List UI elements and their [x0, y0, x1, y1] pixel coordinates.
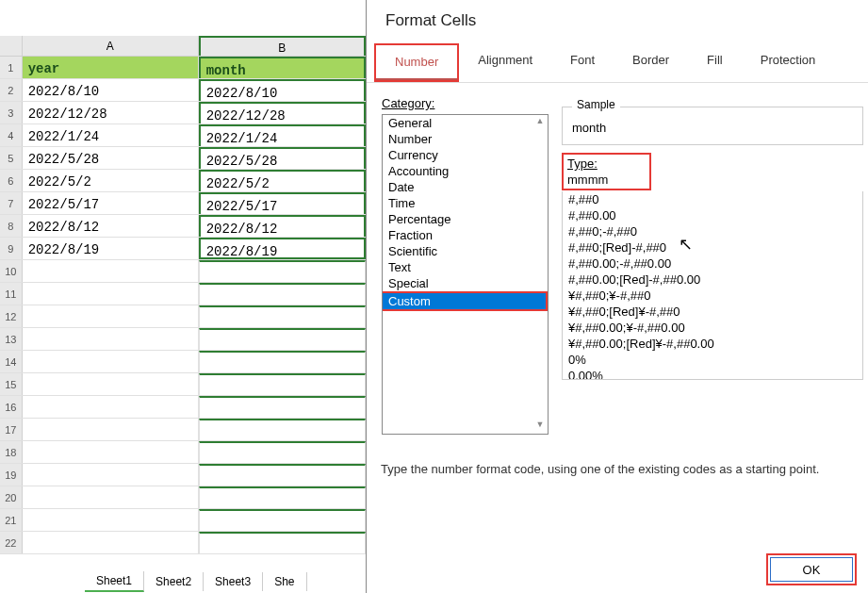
category-general[interactable]: General — [383, 115, 548, 131]
row-number[interactable]: 14 — [0, 351, 23, 372]
row-number[interactable]: 10 — [0, 260, 23, 282]
scroll-up-icon[interactable]: ▲ — [533, 116, 547, 129]
format-item[interactable]: ¥#,##0.00;[Red]¥-#,##0.00 — [563, 336, 862, 352]
row-number[interactable]: 18 — [0, 441, 23, 463]
cell[interactable]: 2022/5/17 — [23, 192, 199, 214]
select-all-corner[interactable] — [0, 36, 23, 56]
row-number[interactable]: 17 — [0, 419, 23, 440]
cell[interactable] — [23, 305, 199, 327]
cell[interactable] — [199, 351, 366, 372]
format-item[interactable]: #,##0.00;-#,##0.00 — [563, 255, 862, 272]
tab-number[interactable]: Number — [376, 45, 457, 80]
category-percentage[interactable]: Percentage — [383, 211, 548, 227]
cell[interactable] — [23, 532, 199, 553]
sheet-tab-2[interactable]: Sheet2 — [144, 572, 204, 591]
tab-protection[interactable]: Protection — [742, 43, 835, 82]
cell[interactable] — [199, 283, 366, 305]
cell[interactable] — [199, 486, 366, 508]
category-currency[interactable]: Currency — [383, 147, 548, 163]
cell[interactable] — [199, 305, 366, 327]
category-listbox[interactable]: ▲ General Number Currency Accounting Dat… — [382, 114, 549, 435]
cell[interactable] — [199, 419, 366, 440]
row-number[interactable]: 22 — [0, 532, 23, 553]
row-number[interactable]: 12 — [0, 305, 23, 327]
format-item[interactable]: #,##0.00;[Red]-#,##0.00 — [563, 272, 862, 288]
cell[interactable] — [199, 396, 366, 418]
format-item[interactable]: #,##0;[Red]-#,##0 — [563, 239, 862, 255]
category-number[interactable]: Number — [383, 131, 548, 147]
sheet-tab-1[interactable]: Sheet1 — [85, 571, 144, 592]
row-number[interactable]: 4 — [0, 124, 23, 146]
scroll-down-icon[interactable]: ▼ — [533, 420, 547, 433]
cell[interactable] — [23, 396, 199, 418]
category-time[interactable]: Time — [383, 195, 548, 211]
cell[interactable] — [23, 283, 199, 305]
row-number[interactable]: 13 — [0, 328, 23, 350]
cell[interactable] — [23, 441, 199, 463]
format-list[interactable]: #,##0 #,##0.00 #,##0;-#,##0 #,##0;[Red]-… — [562, 191, 863, 380]
cell[interactable] — [23, 486, 199, 508]
cell[interactable] — [199, 260, 366, 282]
tab-fill[interactable]: Fill — [688, 43, 742, 82]
type-input[interactable] — [567, 173, 647, 187]
format-item[interactable]: #,##0 — [563, 191, 862, 207]
cell[interactable]: 2022/8/10 — [23, 79, 199, 101]
format-item[interactable]: ¥#,##0;¥-#,##0 — [563, 288, 862, 304]
category-fraction[interactable]: Fraction — [383, 227, 548, 243]
cell[interactable] — [23, 373, 199, 395]
row-number[interactable]: 16 — [0, 396, 23, 418]
row-number[interactable]: 21 — [0, 509, 23, 531]
category-date[interactable]: Date — [383, 179, 548, 195]
cell[interactable]: 2022/1/24 — [199, 124, 366, 146]
ok-button[interactable]: OK — [770, 557, 853, 582]
format-item[interactable]: #,##0.00 — [563, 207, 862, 223]
format-item[interactable]: #,##0;-#,##0 — [563, 223, 862, 239]
cell[interactable] — [23, 351, 199, 372]
cell[interactable] — [199, 328, 366, 350]
row-number[interactable]: 6 — [0, 170, 23, 191]
cell[interactable]: year — [23, 57, 199, 78]
row-number[interactable]: 9 — [0, 238, 23, 259]
tab-font[interactable]: Font — [551, 43, 614, 82]
row-number[interactable]: 2 — [0, 79, 23, 101]
cell[interactable]: 2022/8/12 — [199, 215, 366, 237]
format-item[interactable]: ¥#,##0;[Red]¥-#,##0 — [563, 304, 862, 320]
cell[interactable]: 2022/12/28 — [23, 102, 199, 124]
row-number[interactable]: 5 — [0, 147, 23, 169]
row-number[interactable]: 19 — [0, 464, 23, 486]
format-item[interactable]: 0% — [563, 352, 862, 368]
cell[interactable]: 2022/5/2 — [199, 170, 366, 191]
cell[interactable]: 2022/5/17 — [199, 192, 366, 214]
cell[interactable] — [199, 441, 366, 463]
col-header-a[interactable]: A — [23, 36, 199, 56]
category-accounting[interactable]: Accounting — [383, 163, 548, 179]
cell[interactable] — [199, 509, 366, 531]
cell[interactable]: month — [199, 57, 366, 78]
row-number[interactable]: 11 — [0, 283, 23, 305]
row-number[interactable]: 7 — [0, 192, 23, 214]
cell[interactable] — [23, 419, 199, 440]
col-header-b[interactable]: B — [199, 36, 366, 56]
category-custom[interactable]: Custom — [383, 293, 546, 309]
cell[interactable] — [23, 464, 199, 486]
cell[interactable]: 2022/5/28 — [23, 147, 199, 169]
cell[interactable]: 2022/12/28 — [199, 102, 366, 124]
cell[interactable]: 2022/5/2 — [23, 170, 199, 191]
row-number[interactable]: 8 — [0, 215, 23, 237]
cell[interactable] — [23, 509, 199, 531]
cell[interactable]: 2022/8/19 — [199, 238, 366, 259]
cell[interactable]: 2022/8/19 — [23, 238, 199, 259]
row-number[interactable]: 15 — [0, 373, 23, 395]
row-number[interactable]: 3 — [0, 102, 23, 124]
sheet-tab-3[interactable]: Sheet3 — [204, 572, 263, 591]
category-text[interactable]: Text — [383, 259, 548, 275]
tab-alignment[interactable]: Alignment — [459, 43, 551, 82]
cell[interactable]: 2022/1/24 — [23, 124, 199, 146]
tab-border[interactable]: Border — [614, 43, 688, 82]
sheet-tab-4[interactable]: She — [263, 572, 306, 591]
row-number[interactable]: 1 — [0, 57, 23, 78]
cell[interactable] — [199, 373, 366, 395]
cell[interactable] — [23, 328, 199, 350]
cell[interactable]: 2022/8/10 — [199, 79, 366, 101]
row-number[interactable]: 20 — [0, 486, 23, 508]
